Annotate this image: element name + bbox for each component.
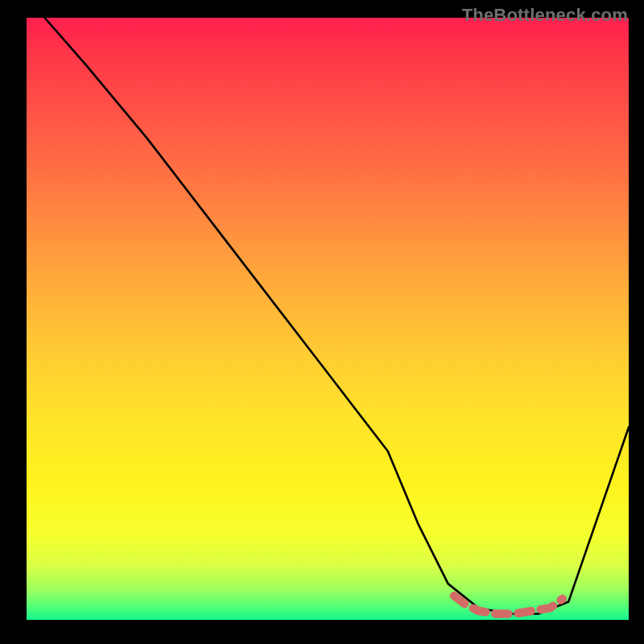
plot-area — [27, 18, 629, 620]
watermark-text: TheBottleneck.com — [462, 5, 628, 26]
bottleneck-curve-path — [44, 18, 629, 614]
chart-container: TheBottleneck.com — [0, 0, 644, 644]
line-chart-svg — [27, 18, 629, 620]
optimal-zone-path — [454, 596, 563, 613]
